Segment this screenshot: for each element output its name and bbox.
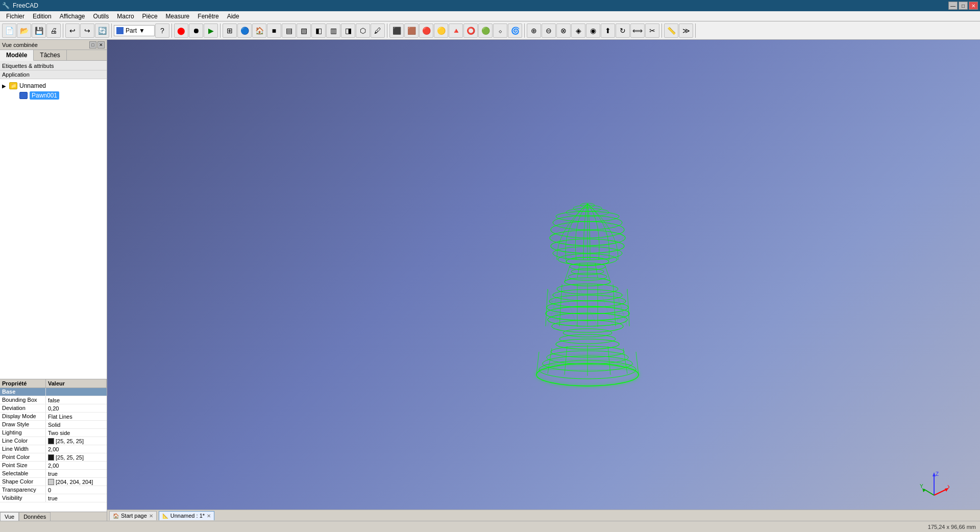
view-mode-button[interactable]: 🔵 [237, 23, 252, 38]
view-left-button[interactable]: ◨ [341, 23, 355, 38]
prop-row-draw-style[interactable]: Draw Style Solid [0, 421, 107, 429]
undo-button[interactable]: ↩ [65, 23, 80, 38]
macro-record-button[interactable]: ⏺ [189, 23, 203, 38]
print-button[interactable]: 🖨 [46, 23, 61, 38]
vp-tab-unnamed-close[interactable]: ✕ [207, 513, 211, 519]
menu-aide[interactable]: Aide [223, 12, 243, 21]
panel-float-button[interactable]: □ [89, 41, 96, 49]
draw-style-button[interactable]: 🖊 [371, 23, 385, 38]
prop-row-point-color[interactable]: Point Color [25, 25, 25] [0, 453, 107, 462]
shape-cone-button[interactable]: 🔺 [449, 23, 463, 38]
view-home-button[interactable]: 🏠 [252, 23, 266, 38]
prop-row-display-mode[interactable]: Display Mode Flat Lines [0, 413, 107, 421]
menu-edition[interactable]: Edition [29, 12, 56, 21]
menu-fenetre[interactable]: Fenêtre [193, 12, 223, 21]
tree-area[interactable]: ▶ 📁 Unnamed Pawn001 [0, 79, 107, 379]
boolean-intersect-button[interactable]: ⊗ [556, 23, 571, 38]
refresh-button[interactable]: 🔄 [95, 23, 109, 38]
panel-close-button[interactable]: ✕ [97, 41, 105, 49]
menu-outils[interactable]: Outils [89, 12, 113, 21]
vp-tab-unnamed[interactable]: 📐 Unnamed : 1* ✕ [159, 511, 214, 520]
shape-torus-button[interactable]: ⭕ [463, 23, 478, 38]
more-button[interactable]: ≫ [679, 23, 693, 38]
viewport-tabs: 🏠 Start page ✕ 📐 Unnamed : 1* ✕ [107, 510, 980, 521]
mirror-button[interactable]: ⟺ [630, 23, 645, 38]
save-button[interactable]: 💾 [32, 23, 46, 38]
app-icon: 🔧 [2, 2, 10, 9]
box-select-button[interactable]: ⬛ [389, 23, 404, 38]
prop-row-shape-color[interactable]: Shape Color [204, 204, 204] [0, 478, 107, 486]
chamfer-button[interactable]: ◈ [571, 23, 585, 38]
vp-tab-startpage[interactable]: 🏠 Start page ✕ [109, 511, 157, 520]
tab-taches[interactable]: Tâches [34, 50, 66, 60]
prop-row-selectable[interactable]: Selectable true [0, 470, 107, 478]
measure-button[interactable]: 📏 [664, 23, 678, 38]
close-button[interactable]: ✕ [969, 2, 978, 10]
prop-row-bounding-box[interactable]: Bounding Box false [0, 396, 107, 404]
workbench-help-button[interactable]: ? [155, 23, 169, 38]
boolean-union-button[interactable]: ⊕ [527, 23, 541, 38]
extrude-button[interactable]: ⬆ [601, 23, 615, 38]
panel-title: Vue combinée [2, 42, 38, 48]
stop-button[interactable]: ⬤ [174, 23, 188, 38]
shape-wedge-button[interactable]: ⬦ [493, 23, 507, 38]
section-button[interactable]: ✂ [645, 23, 659, 38]
view-bottom-button[interactable]: ▥ [326, 23, 340, 38]
pawn-icon [19, 92, 28, 99]
viewport-canvas: Z X Y 🏠 Start page ✕ 📐 Unname [107, 40, 980, 521]
menu-affichage[interactable]: Affichage [56, 12, 89, 21]
menu-piece[interactable]: Pièce [138, 12, 162, 21]
tree-item-unnamed[interactable]: ▶ 📁 Unnamed [2, 81, 105, 90]
prop-row-line-color[interactable]: Line Color [25, 25, 25] [0, 437, 107, 445]
point-color-swatch [48, 454, 54, 461]
application-section: Application [0, 70, 107, 79]
revolve-button[interactable]: ↻ [616, 23, 630, 38]
prop-row-visibility[interactable]: Visibility true [0, 494, 107, 502]
svg-text:X: X [947, 485, 949, 490]
fillet-button[interactable]: ◉ [586, 23, 600, 38]
workbench-selector[interactable]: Part ▼ [114, 25, 155, 36]
new-file-button[interactable]: 📄 [2, 23, 16, 38]
menu-measure[interactable]: Measure [162, 12, 194, 21]
svg-point-18 [563, 329, 612, 337]
tab-modele[interactable]: Modèle [0, 50, 34, 61]
tree-item-pawn001[interactable]: Pawn001 [12, 90, 105, 101]
tabs-bar: Modèle Tâches [0, 50, 107, 61]
prop-row-line-width[interactable]: Line Width 2,00 [0, 445, 107, 453]
fit-all-button[interactable]: ⊞ [223, 23, 237, 38]
viewport[interactable]: Z X Y 🏠 Start page ✕ 📐 Unname [107, 40, 980, 521]
view-back-button[interactable]: ◧ [311, 23, 326, 38]
menu-fichier[interactable]: Fichier [2, 12, 29, 21]
minimize-button[interactable]: — [948, 2, 958, 10]
statusbar: 175,24 x 96,66 mm [0, 521, 980, 532]
redo-button[interactable]: ↪ [80, 23, 94, 38]
main-layout: Vue combinée □ ✕ Modèle Tâches Etiquette… [0, 40, 980, 521]
prop-row-point-size[interactable]: Point Size 2,00 [0, 462, 107, 470]
prop-row-deviation[interactable]: Deviation 0,20 [0, 404, 107, 413]
view-right-button[interactable]: ▧ [297, 23, 311, 38]
etiquettes-section: Etiquettes & attributs [0, 61, 107, 70]
shape-cylinder-button[interactable]: 🔴 [419, 23, 433, 38]
macro-play-button[interactable]: ▶ [204, 23, 218, 38]
shape-sphere-button[interactable]: 🟡 [434, 23, 448, 38]
shape-tube-button[interactable]: 🟢 [478, 23, 493, 38]
view-top-button[interactable]: ▤ [282, 23, 296, 38]
shape-box-button[interactable]: 🟫 [404, 23, 419, 38]
view-isometric-button[interactable]: ⬡ [356, 23, 370, 38]
bottom-tab-vue[interactable]: Vue [0, 512, 19, 521]
svg-line-38 [548, 289, 562, 326]
view-front-button[interactable]: ■ [267, 23, 281, 38]
maximize-button[interactable]: □ [959, 2, 968, 10]
vp-tab-startpage-close[interactable]: ✕ [149, 513, 153, 519]
shape-helix-button[interactable]: 🌀 [508, 23, 522, 38]
menu-macro[interactable]: Macro [113, 12, 138, 21]
svg-line-79 [609, 246, 623, 253]
line-color-swatch [48, 438, 54, 444]
prop-row-lighting[interactable]: Lighting Two side [0, 429, 107, 437]
pawn-3d-model [511, 165, 664, 395]
boolean-cut-button[interactable]: ⊖ [542, 23, 556, 38]
open-button[interactable]: 📂 [17, 23, 31, 38]
bottom-tab-donnees[interactable]: Données [19, 512, 51, 521]
prop-row-transparency[interactable]: Transparency 0 [0, 486, 107, 494]
properties-section: Propriété Valeur Base Bounding Box false… [0, 379, 107, 512]
